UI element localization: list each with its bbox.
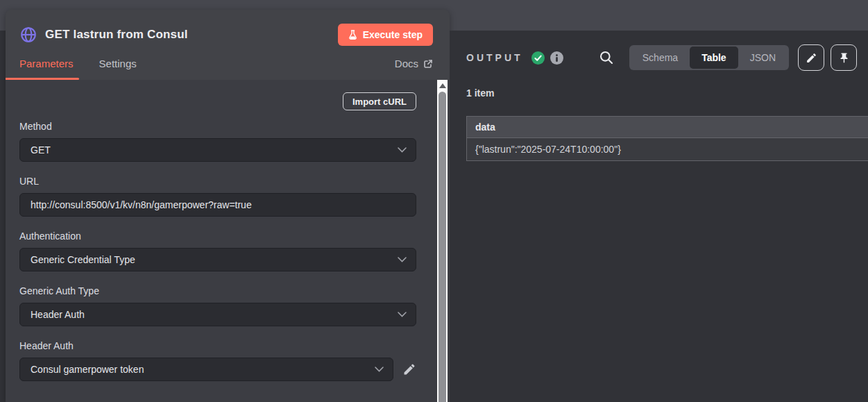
header-auth-credential-value: Consul gamerpower token xyxy=(31,364,375,375)
table-column-data[interactable]: data xyxy=(467,117,868,138)
tab-settings[interactable]: Settings xyxy=(99,58,137,80)
import-curl-button[interactable]: Import cURL xyxy=(343,92,416,110)
field-generic-auth-type: Generic Auth Type Header Auth xyxy=(19,285,416,326)
generic-auth-type-label: Generic Auth Type xyxy=(19,285,416,296)
authentication-label: Authentication xyxy=(19,231,416,242)
external-link-icon xyxy=(423,59,433,69)
execute-step-label: Execute step xyxy=(363,29,423,40)
field-authentication: Authentication Generic Credential Type xyxy=(19,231,416,271)
pencil-icon xyxy=(806,52,817,64)
tab-parameters[interactable]: Parameters xyxy=(19,58,74,80)
parameters-form: Import cURL Method GET URL Authenticatio… xyxy=(6,80,450,402)
table-cell-data[interactable]: {"lastrun":"2025-07-24T10:00:00"} xyxy=(467,138,868,161)
field-url: URL xyxy=(19,176,416,217)
chevron-down-icon xyxy=(398,257,407,262)
method-value: GET xyxy=(31,144,398,156)
items-count: 1 item xyxy=(466,87,857,99)
output-panel: OUTPUT Schema Table JSON xyxy=(450,31,868,402)
globe-icon xyxy=(19,26,37,44)
method-select[interactable]: GET xyxy=(19,138,416,162)
generic-auth-type-select[interactable]: Header Auth xyxy=(19,303,416,326)
output-table: data {"lastrun":"2025-07-24T10:00:00"} xyxy=(466,116,868,161)
url-label: URL xyxy=(19,176,416,187)
chevron-down-icon xyxy=(398,312,407,317)
output-header: OUTPUT Schema Table JSON xyxy=(466,44,857,71)
execute-step-button[interactable]: Execute step xyxy=(338,24,433,46)
pin-data-button[interactable] xyxy=(831,44,857,71)
search-icon[interactable] xyxy=(599,50,614,65)
authentication-value: Generic Credential Type xyxy=(31,254,398,265)
pushpin-icon xyxy=(838,52,850,64)
field-method: Method GET xyxy=(19,121,416,162)
edit-credential-pencil-icon[interactable] xyxy=(402,362,416,376)
table-header-row: data xyxy=(467,117,868,138)
scrollbar-up-arrow-icon[interactable] xyxy=(439,83,446,88)
view-tab-json[interactable]: JSON xyxy=(738,47,788,69)
flask-icon xyxy=(348,30,357,40)
authentication-select[interactable]: Generic Credential Type xyxy=(19,248,416,271)
output-title: OUTPUT xyxy=(466,52,523,63)
chevron-down-icon xyxy=(375,367,384,372)
view-tab-table[interactable]: Table xyxy=(690,47,738,69)
method-label: Method xyxy=(19,121,416,132)
header-auth-label: Header Auth xyxy=(19,340,416,351)
scrollbar-thumb[interactable] xyxy=(439,92,446,402)
url-input[interactable] xyxy=(19,193,416,217)
docs-link[interactable]: Docs xyxy=(395,58,433,80)
info-icon[interactable] xyxy=(550,51,563,65)
form-scrollbar[interactable] xyxy=(437,80,448,402)
field-header-auth: Header Auth Consul gamerpower token xyxy=(19,340,416,381)
docs-link-label: Docs xyxy=(395,58,418,69)
table-row[interactable]: {"lastrun":"2025-07-24T10:00:00"} xyxy=(467,138,868,161)
success-check-icon xyxy=(531,51,545,65)
node-header: GET lastrun from Consul Execute step Par… xyxy=(6,10,450,80)
node-tabs: Parameters Settings Docs xyxy=(19,46,433,80)
edit-output-button[interactable] xyxy=(798,44,824,71)
items-count-text: 1 item xyxy=(466,87,494,99)
view-tab-schema[interactable]: Schema xyxy=(631,47,690,69)
node-detail-panel: GET lastrun from Consul Execute step Par… xyxy=(6,10,450,402)
node-title: GET lastrun from Consul xyxy=(45,28,188,42)
generic-auth-type-value: Header Auth xyxy=(31,309,398,320)
header-auth-credential-select[interactable]: Consul gamerpower token xyxy=(19,358,393,381)
output-view-switcher: Schema Table JSON xyxy=(629,45,789,70)
chevron-down-icon xyxy=(398,147,407,153)
